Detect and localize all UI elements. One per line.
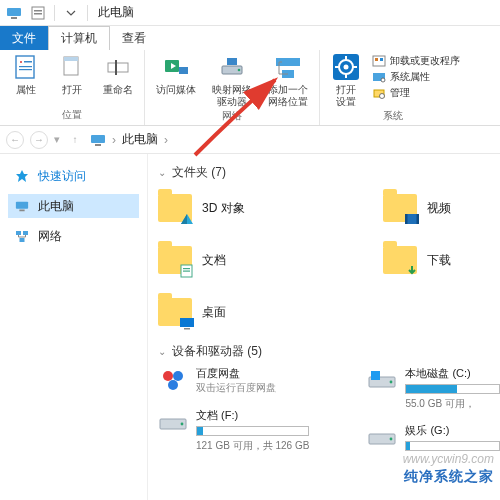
nav-network[interactable]: 网络 — [8, 224, 139, 248]
folder-label: 下载 — [427, 252, 451, 269]
manage-label: 管理 — [390, 86, 410, 100]
svg-rect-31 — [375, 58, 378, 61]
drive-name: 本地磁盘 (C:) — [405, 366, 500, 381]
svg-rect-42 — [16, 231, 21, 235]
drives-section-header[interactable]: ⌄ 设备和驱动器 (5) — [158, 343, 500, 360]
drive-sub: 双击运行百度网盘 — [196, 381, 309, 395]
folder-downloads[interactable]: 下载 — [383, 239, 451, 281]
breadcrumb[interactable]: › 此电脑 › — [112, 131, 168, 148]
svg-marker-39 — [16, 170, 28, 182]
folder-icon — [158, 246, 192, 274]
svg-rect-9 — [19, 69, 32, 70]
svg-rect-4 — [34, 13, 42, 15]
add-network-location-button[interactable]: 添加一个网络位置 — [263, 52, 313, 107]
main-pane: ⌄ 文件夹 (7) 3D 对象 文档 桌面 — [148, 154, 500, 500]
map-drive-label-1: 映射网络 — [212, 84, 252, 95]
content-area: 快速访问 此电脑 网络 ⌄ 文件夹 (7) 3D 对象 文 — [0, 154, 500, 500]
nav-quick-label: 快速访问 — [38, 168, 86, 185]
tab-computer[interactable]: 计算机 — [48, 26, 110, 50]
capacity-bar — [196, 426, 309, 436]
hdd-icon — [367, 423, 397, 453]
rename-icon — [103, 52, 133, 82]
chevron-down-icon: ⌄ — [158, 346, 166, 357]
svg-rect-54 — [416, 214, 419, 224]
map-drive-button[interactable]: 映射网络驱动器 — [207, 52, 257, 107]
svg-rect-40 — [16, 202, 28, 209]
open-settings-label: 打开 设置 — [336, 84, 356, 107]
manage-button[interactable]: 管理 — [372, 86, 460, 100]
svg-rect-53 — [405, 214, 408, 224]
svg-rect-49 — [183, 271, 190, 272]
add-net-label-2: 网络位置 — [268, 96, 308, 107]
folder-documents[interactable]: 文档 — [158, 239, 245, 281]
svg-rect-48 — [183, 268, 190, 269]
breadcrumb-root[interactable]: 此电脑 — [122, 131, 158, 148]
nav-this-pc[interactable]: 此电脑 — [8, 194, 139, 218]
drive-c[interactable]: 本地磁盘 (C:) 55.0 GB 可用， — [367, 366, 500, 411]
folders-grid: 3D 对象 文档 桌面 视频 下载 — [158, 187, 500, 333]
uninstall-programs-button[interactable]: 卸载或更改程序 — [372, 54, 460, 68]
svg-point-64 — [390, 438, 393, 441]
drive-baidu[interactable]: 百度网盘 双击运行百度网盘 — [158, 366, 309, 396]
properties-button[interactable]: 属性 — [6, 52, 46, 96]
title-sep — [87, 5, 88, 21]
access-media-button[interactable]: 访问媒体 — [151, 52, 201, 96]
folder-desktop[interactable]: 桌面 — [158, 291, 245, 333]
window-title: 此电脑 — [98, 4, 134, 21]
chevron-down-icon: ⌄ — [158, 167, 166, 178]
open-button[interactable]: 打开 — [52, 52, 92, 96]
map-drive-label-2: 驱动器 — [217, 96, 247, 107]
folder-label: 3D 对象 — [202, 200, 245, 217]
svg-rect-16 — [179, 67, 188, 74]
drive-f[interactable]: 文档 (F:) 121 GB 可用，共 126 GB — [158, 408, 309, 453]
drive-g[interactable]: 娱乐 (G:) — [367, 423, 500, 454]
svg-point-36 — [380, 94, 385, 99]
access-media-label: 访问媒体 — [156, 84, 196, 96]
svg-rect-7 — [24, 61, 32, 63]
open-label: 打开 — [62, 84, 82, 96]
star-icon — [14, 168, 30, 184]
drive-name: 文档 (F:) — [196, 408, 309, 423]
folder-videos[interactable]: 视频 — [383, 187, 451, 229]
network-icon — [14, 228, 30, 244]
back-button[interactable]: ← — [6, 131, 24, 149]
folder-3d-objects[interactable]: 3D 对象 — [158, 187, 245, 229]
open-settings-button[interactable]: 打开 设置 — [326, 52, 366, 107]
svg-point-62 — [390, 381, 393, 384]
open-icon — [57, 52, 87, 82]
svg-point-6 — [20, 61, 22, 63]
svg-rect-3 — [34, 10, 42, 12]
hdd-icon — [367, 366, 397, 396]
nav-network-label: 网络 — [38, 228, 62, 245]
drive-status: 55.0 GB 可用， — [405, 397, 500, 411]
drive-name: 娱乐 (G:) — [405, 423, 500, 438]
nav-thispc-label: 此电脑 — [38, 198, 74, 215]
baidu-icon — [158, 366, 188, 396]
rename-label: 重命名 — [103, 84, 133, 96]
svg-rect-0 — [7, 8, 21, 16]
drives-grid: 百度网盘 双击运行百度网盘 文档 (F:) 121 GB 可用，共 126 GB — [158, 366, 500, 454]
tab-view[interactable]: 查看 — [110, 26, 158, 50]
map-drive-icon — [217, 52, 247, 82]
group-network-caption: 网络 — [222, 107, 242, 126]
watermark-brand: 纯净系统之家 — [404, 468, 494, 486]
forward-button[interactable]: → — [30, 131, 48, 149]
qat-dropdown-icon[interactable] — [61, 3, 81, 23]
svg-rect-11 — [64, 57, 78, 61]
chevron-right-icon: › — [164, 133, 168, 147]
svg-rect-43 — [23, 231, 28, 235]
qat-properties-icon[interactable] — [28, 3, 48, 23]
svg-rect-32 — [380, 58, 383, 61]
folders-header-label: 文件夹 (7) — [172, 164, 226, 181]
tab-file[interactable]: 文件 — [0, 26, 48, 50]
rename-button[interactable]: 重命名 — [98, 52, 138, 96]
add-net-label-1: 添加一个 — [268, 84, 308, 95]
recent-locations-button[interactable]: ▾ — [54, 133, 60, 146]
system-properties-label: 系统属性 — [390, 70, 430, 84]
nav-quick-access[interactable]: 快速访问 — [8, 164, 139, 188]
ribbon-group-location: 属性 打开 重命名 位置 — [0, 50, 145, 125]
up-button[interactable]: ↑ — [66, 131, 84, 149]
folders-section-header[interactable]: ⌄ 文件夹 (7) — [158, 164, 500, 181]
system-properties-button[interactable]: 系统属性 — [372, 70, 460, 84]
svg-point-56 — [173, 371, 183, 381]
